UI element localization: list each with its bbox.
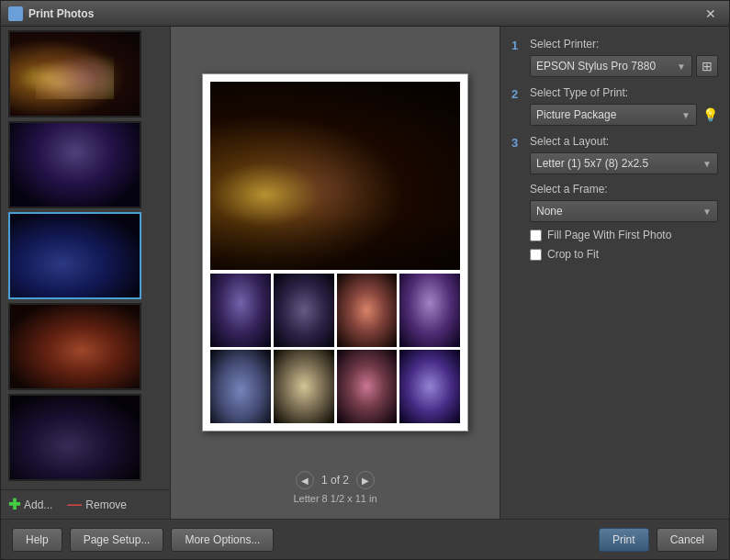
print-type-dropdown[interactable]: Picture Package ▼ [530,104,697,126]
small-photo [399,274,460,347]
printer-icon: ⊞ [702,59,713,73]
fill-page-row: Fill Page With First Photo [530,229,718,241]
printer-dropdown[interactable]: EPSON Stylus Pro 7880 ▼ [530,55,692,77]
print-type-row: Picture Package ▼ 💡 [530,104,718,126]
print-type-value: Picture Package [536,108,616,121]
print-photos-dialog: Print Photos ✕ [0,0,730,560]
next-page-button[interactable]: ▶ [356,471,375,489]
prev-page-button[interactable]: ◀ [296,471,314,489]
fill-page-checkbox[interactable] [530,230,542,241]
page-indicator: 1 of 2 [321,474,349,487]
print-button[interactable]: Print [599,528,649,552]
layout-value: Letter (1) 5x7 (8) 2x2.5 [536,157,648,170]
page-preview [202,73,468,431]
preview-area [185,41,485,464]
fill-page-label: Fill Page With First Photo [547,229,671,241]
step3-section: 3 Select a Layout: Letter (1) 5x7 (8) 2x… [511,135,718,261]
step2-label: Select Type of Print: [530,86,718,99]
close-button[interactable]: ✕ [700,5,722,23]
step1-label: Select Printer: [530,38,718,50]
thumbnail-footer: ✚ Help Add... — Remove [1,489,170,519]
add-text: Add... [24,498,52,511]
app-icon [8,6,23,21]
add-button[interactable]: ✚ Help Add... [8,496,52,513]
step3-number: 3 [511,136,524,150]
step2-content: Select Type of Print: Picture Package ▼ … [530,86,718,126]
small-photo [210,274,271,347]
list-item[interactable] [8,303,141,390]
frame-dropdown[interactable]: None ▼ [530,200,718,222]
list-item[interactable] [8,212,141,299]
small-photo [210,350,271,423]
right-panel: 1 Select Printer: EPSON Stylus Pro 7880 … [500,27,729,519]
chevron-down-icon: ▼ [702,207,712,217]
small-photo [399,350,460,423]
list-item[interactable] [8,30,141,118]
frame-label: Select a Frame: [530,183,718,196]
step1-content: Select Printer: EPSON Stylus Pro 7880 ▼ … [530,38,718,77]
list-item[interactable] [8,121,141,208]
layout-dropdown[interactable]: Letter (1) 5x7 (8) 2x2.5 ▼ [530,152,718,174]
thumbnail-list [1,27,170,489]
step3-label: Select a Layout: [530,135,718,148]
help-button[interactable]: Help [12,528,62,552]
crop-to-fit-row: Crop to Fit [530,248,718,261]
list-item[interactable] [8,394,141,481]
more-options-button[interactable]: More Options... [171,528,274,552]
main-preview-photo [210,82,460,270]
remove-text: Remove [85,498,127,511]
crop-to-fit-checkbox[interactable] [530,249,542,261]
remove-icon: — [67,497,82,513]
dialog-body: ✚ Help Add... — Remove [1,27,729,519]
small-photo [337,350,398,423]
dialog-title: Print Photos [28,7,700,20]
add-icon: ✚ [8,496,20,513]
titlebar: Print Photos ✕ [1,1,729,27]
tip-icon: 💡 [702,107,718,122]
bottom-right-buttons: Print Cancel [599,528,718,552]
small-photo [274,274,334,347]
center-panel: ◀ 1 of 2 ▶ Letter 8 1/2 x 11 in [171,27,500,519]
page-size-info: Letter 8 1/2 x 11 in [293,493,376,504]
chevron-down-icon: ▼ [702,159,712,169]
step1-number: 1 [511,39,524,52]
crop-to-fit-label: Crop to Fit [547,248,599,261]
page-navigation: ◀ 1 of 2 ▶ [296,471,375,489]
step1-section: 1 Select Printer: EPSON Stylus Pro 7880 … [511,38,718,77]
step3-content: Select a Layout: Letter (1) 5x7 (8) 2x2.… [530,135,718,261]
printer-settings-button[interactable]: ⊞ [696,55,718,77]
left-panel: ✚ Help Add... — Remove [1,27,171,519]
chevron-down-icon: ▼ [681,110,691,120]
chevron-down-icon: ▼ [677,62,686,72]
frame-value: None [536,205,563,218]
small-photos-grid [210,274,460,423]
cancel-button[interactable]: Cancel [657,528,718,552]
step2-section: 2 Select Type of Print: Picture Package … [511,86,718,126]
remove-button[interactable]: — Remove [67,497,127,513]
small-photo [274,350,334,423]
bottom-left-buttons: Help Page Setup... More Options... [12,528,274,552]
printer-value: EPSON Stylus Pro 7880 [536,60,656,73]
page-setup-button[interactable]: Page Setup... [70,528,164,552]
step2-number: 2 [511,87,524,101]
bottom-bar: Help Page Setup... More Options... Print… [1,519,729,559]
small-photo [337,274,398,347]
